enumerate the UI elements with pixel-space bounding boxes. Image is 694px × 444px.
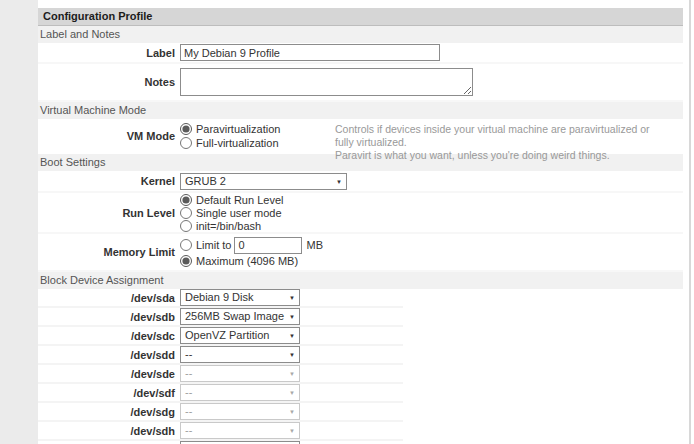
block-device-row: /dev/sdf -- ▼ [38,384,403,403]
chevron-down-icon: ▼ [289,352,295,358]
block-device-select-value: -- [185,405,192,417]
block-device-label: /dev/sda [38,292,180,304]
paravirtualization-option-label: Paravirtualization [196,123,280,135]
label-input[interactable] [180,44,440,61]
single-user-mode-option-label: Single user mode [196,207,282,219]
notes-row: Notes [38,64,683,102]
block-device-label: /dev/sdf [38,387,180,399]
block-device-select-value: -- [185,367,192,379]
label-row: Label [38,43,683,64]
block-device-label: /dev/sdh [38,425,180,437]
block-device-select[interactable]: -- ▼ [180,422,300,439]
block-device-select-value: OpenVZ Partition [185,329,269,341]
block-device-row: /dev/sdc OpenVZ Partition ▼ [38,327,403,346]
block-device-row: /dev/sdh -- ▼ [38,422,403,441]
paravirtualization-option[interactable]: Paravirtualization [180,122,335,136]
vm-mode-help-text: Controls if devices inside your virtual … [335,122,665,162]
block-device-select[interactable]: -- ▼ [180,346,300,363]
vm-mode-label: VM Mode [38,122,180,142]
block-device-label: /dev/sdb [38,311,180,323]
full-virtualization-option-label: Full-virtualization [196,137,279,149]
block-device-row: /dev/sda Debian 9 Disk ▼ [38,289,403,308]
block-device-select-value: -- [185,424,192,436]
vm-mode-help-line-2: Paravirt is what you want, unless you're… [335,149,665,162]
init-bin-bash-radio[interactable] [180,220,192,232]
init-bin-bash-option[interactable]: init=/bin/bash [180,219,283,232]
block-device-row: /dev/sdg -- ▼ [38,403,403,422]
chevron-down-icon: ▼ [289,428,295,434]
vm-mode-help-line-1: Controls if devices inside your virtual … [335,123,665,149]
limit-to-option[interactable]: Limit to MB [180,236,323,254]
section-header-virtual-machine-mode: Virtual Machine Mode [38,102,683,119]
page-left-margin [0,0,38,444]
configuration-profile-form: Configuration Profile Label and Notes La… [38,0,683,444]
run-level-row: Run Level Default Run Level Single user … [38,193,683,234]
maximum-memory-option[interactable]: Maximum (4096 MB) [180,254,323,268]
block-device-select[interactable]: Debian 9 Disk ▼ [180,289,300,306]
block-device-select[interactable]: OpenVZ Partition ▼ [180,327,300,344]
single-user-mode-option[interactable]: Single user mode [180,206,283,219]
block-device-label: /dev/sde [38,368,180,380]
chevron-down-icon: ▼ [336,179,342,185]
maximum-memory-option-label: Maximum (4096 MB) [196,255,298,267]
full-virtualization-radio[interactable] [180,137,192,149]
memory-limit-input[interactable] [234,237,302,254]
block-device-label: /dev/sdc [38,330,180,342]
run-level-options: Default Run Level Single user mode init=… [180,193,283,232]
memory-limit-label: Memory Limit [38,246,180,258]
memory-limit-options: Limit to MB Maximum (4096 MB) [180,236,323,268]
paravirtualization-radio[interactable] [180,123,192,135]
kernel-row: Kernel GRUB 2 ▼ [38,171,683,193]
block-device-row: /dev/sdb 256MB Swap Image ▼ [38,308,403,327]
run-level-label: Run Level [38,207,180,219]
block-device-select[interactable]: -- ▼ [180,365,300,382]
block-device-row: /dev/sdd -- ▼ [38,346,403,365]
block-device-row: /dev/sde -- ▼ [38,365,403,384]
block-device-list: /dev/sda Debian 9 Disk ▼ /dev/sdb 256MB … [38,289,683,444]
chevron-down-icon: ▼ [289,371,295,377]
full-virtualization-option[interactable]: Full-virtualization [180,136,335,150]
chevron-down-icon: ▼ [289,390,295,396]
section-header-label-and-notes: Label and Notes [38,26,683,43]
block-device-select-value: -- [185,348,192,360]
block-device-select-value: Debian 9 Disk [185,291,253,303]
block-device-select-value: 256MB Swap Image [185,310,284,322]
memory-limit-row: Memory Limit Limit to MB Maximum (4096 M… [38,234,683,272]
vm-mode-options: Paravirtualization Full-virtualization [180,122,335,150]
single-user-mode-radio[interactable] [180,207,192,219]
default-run-level-option-label: Default Run Level [196,194,283,206]
limit-to-radio[interactable] [180,239,192,251]
block-device-label: /dev/sdd [38,349,180,361]
maximum-memory-radio[interactable] [180,255,192,267]
default-run-level-option[interactable]: Default Run Level [180,193,283,206]
notes-field-label: Notes [38,76,180,88]
block-device-select[interactable]: -- ▼ [180,384,300,401]
init-bin-bash-option-label: init=/bin/bash [196,220,261,232]
kernel-label: Kernel [38,175,180,187]
block-device-label: /dev/sdg [38,406,180,418]
chevron-down-icon: ▼ [289,333,295,339]
label-field-label: Label [38,47,180,59]
notes-textarea[interactable] [180,68,473,96]
default-run-level-radio[interactable] [180,194,192,206]
chevron-down-icon: ▼ [289,295,295,301]
memory-limit-unit-label: MB [306,239,323,251]
kernel-select-value: GRUB 2 [185,175,226,187]
page-title: Configuration Profile [38,8,683,26]
chevron-down-icon: ▼ [289,314,295,320]
chevron-down-icon: ▼ [289,409,295,415]
vm-mode-row: VM Mode Paravirtualization Full-virtuali… [38,119,683,154]
block-device-select[interactable]: -- ▼ [180,403,300,420]
block-device-select[interactable]: 256MB Swap Image ▼ [180,308,300,325]
limit-to-option-label: Limit to [196,239,231,251]
kernel-select[interactable]: GRUB 2 ▼ [180,173,347,190]
block-device-select-value: -- [185,386,192,398]
content-right-border [689,0,691,444]
section-header-block-device-assignment: Block Device Assignment [38,272,683,289]
